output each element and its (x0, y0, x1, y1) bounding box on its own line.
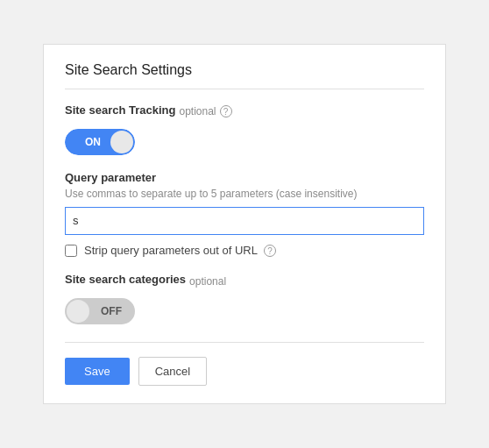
cancel-button[interactable]: Cancel (138, 357, 207, 386)
page-title: Site Search Settings (65, 62, 424, 89)
query-label: Query parameter (65, 171, 424, 184)
categories-toggle[interactable]: OFF (65, 298, 135, 324)
categories-toggle-knob (67, 300, 89, 323)
strip-params-help-icon[interactable]: ? (264, 245, 276, 257)
tracking-toggle[interactable]: ON (65, 129, 135, 155)
save-button[interactable]: Save (65, 358, 130, 385)
tracking-section-header: Site search Tracking optional ? (65, 103, 424, 120)
categories-toggle-container: OFF (65, 298, 424, 324)
categories-label: Site search categories (65, 273, 186, 286)
tracking-optional: optional (179, 105, 216, 117)
tracking-toggle-container: ON (65, 129, 424, 155)
settings-card: Site Search Settings Site search Trackin… (43, 44, 446, 405)
tracking-help-icon[interactable]: ? (220, 105, 232, 117)
strip-params-checkbox[interactable] (65, 245, 77, 257)
query-section: Query parameter Use commas to separate u… (65, 171, 424, 258)
toggle-on-label: ON (67, 136, 110, 148)
footer-buttons: Save Cancel (65, 357, 424, 386)
strip-params-row: Strip query parameters out of URL ? (65, 244, 424, 258)
categories-header: Site search categories optional (65, 273, 424, 289)
footer-divider (65, 342, 424, 343)
toggle-on-state: ON (65, 129, 135, 155)
categories-toggle-label: OFF (91, 305, 135, 317)
query-input[interactable] (65, 207, 424, 235)
tracking-section: Site search Tracking optional ? ON (65, 103, 424, 155)
tracking-label: Site search Tracking (65, 103, 175, 117)
query-description: Use commas to separate up to 5 parameter… (65, 188, 424, 200)
toggle-knob (110, 131, 133, 153)
strip-params-label: Strip query parameters out of URL ? (84, 244, 276, 258)
categories-section: Site search categories optional OFF (65, 273, 424, 324)
categories-optional: optional (189, 275, 226, 288)
